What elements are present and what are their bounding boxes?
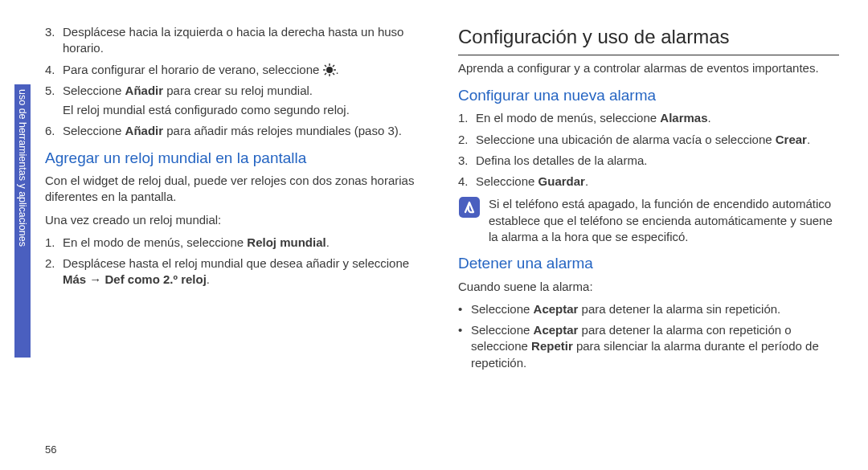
step-text: En el modo de menús, seleccione Reloj mu… — [63, 235, 426, 251]
svg-rect-9 — [459, 197, 480, 218]
step-text: Defina los detalles de la alarma. — [476, 153, 839, 169]
svg-line-8 — [325, 73, 326, 75]
bold-mas-def: Más → Def como 2.º reloj — [63, 272, 207, 286]
step-number: 4. — [45, 62, 63, 78]
step-number: 2. — [45, 255, 63, 288]
step-text-after: . — [336, 63, 339, 76]
sub-step-1: 1. En el modo de menús, seleccione Reloj… — [45, 235, 426, 251]
bold-aceptar: Aceptar — [534, 323, 579, 337]
svg-point-0 — [326, 67, 333, 73]
info-note-text: Si el teléfono está apagado, la función … — [489, 196, 839, 245]
step-text: Desplácese hasta el reloj mundial que de… — [63, 255, 426, 288]
alarms-intro: Aprenda a configurar y a controlar alarm… — [458, 60, 839, 76]
svg-line-7 — [333, 65, 334, 67]
side-section-tab: uso de herramientas y aplicaciones — [14, 84, 31, 358]
bold-alarmas: Alarmas — [660, 111, 707, 125]
step-number: 1. — [458, 110, 476, 126]
step-4: 4. Para configurar el horario de verano,… — [45, 62, 426, 78]
bullet-stop-snooze: Seleccione Aceptar para detener la alarm… — [458, 322, 839, 371]
subheading-stop-alarm: Detener una alarma — [458, 253, 839, 274]
configure-alarm-steps: 1. En el modo de menús, seleccione Alarm… — [458, 110, 839, 190]
step-text: En el modo de menús, seleccione Alarmas. — [476, 110, 839, 126]
step-number: 3. — [45, 24, 63, 57]
alarm-step-4: 4. Seleccione Guardar. — [458, 174, 839, 190]
subheading-configure-alarm: Configurar una nueva alarma — [458, 85, 839, 106]
sub-step-2: 2. Desplácese hasta el reloj mundial que… — [45, 255, 426, 288]
step-5: 5. Seleccione Añadir para crear su reloj… — [45, 83, 426, 99]
step-number: 6. — [45, 123, 63, 139]
step-number: 2. — [458, 132, 476, 148]
side-section-label: uso de herramientas y aplicaciones — [16, 89, 30, 247]
heading-alarms: Configuración y uso de alarmas — [458, 24, 839, 55]
svg-line-5 — [325, 65, 326, 67]
bold-aceptar: Aceptar — [534, 302, 579, 316]
bold-reloj-mundial: Reloj mundial — [247, 235, 326, 249]
paragraph-once-created: Una vez creado un reloj mundial: — [45, 212, 426, 228]
bold-guardar: Guardar — [538, 174, 585, 188]
step-text: Desplácese hacia la izquierda o hacia la… — [63, 24, 426, 57]
page-number: 56 — [45, 443, 56, 457]
alarm-step-2: 2. Seleccione una ubicación de alarma va… — [458, 132, 839, 148]
step-3: 3. Desplácese hacia la izquierda o hacia… — [45, 24, 426, 57]
bold-crear: Crear — [776, 133, 807, 146]
two-column-layout: 3. Desplácese hacia la izquierda o hacia… — [45, 22, 839, 457]
step-text: Seleccione una ubicación de alarma vacía… — [476, 132, 839, 148]
world-clock-steps-6: 6. Seleccione Añadir para añadir más rel… — [45, 123, 426, 139]
step-number: 3. — [458, 153, 476, 169]
info-note: Si el teléfono está apagado, la función … — [458, 196, 839, 245]
step-5-note: El reloj mundial está configurado como s… — [63, 102, 426, 118]
add-world-clock-steps: 1. En el modo de menús, seleccione Reloj… — [45, 235, 426, 288]
manual-page: uso de herramientas y aplicaciones 3. De… — [0, 0, 868, 470]
info-note-icon — [458, 196, 481, 219]
step-number: 4. — [458, 174, 476, 190]
alarm-step-3: 3. Defina los detalles de la alarma. — [458, 153, 839, 169]
bold-anadir: Añadir — [125, 84, 164, 97]
alarm-step-1: 1. En el modo de menús, seleccione Alarm… — [458, 110, 839, 126]
bold-repetir: Repetir — [531, 339, 573, 353]
bullet-stop-no-snooze: Seleccione Aceptar para detener la alarm… — [458, 301, 839, 317]
step-text: Seleccione Añadir para crear su reloj mu… — [63, 83, 426, 99]
step-text: Seleccione Añadir para añadir más reloje… — [63, 123, 426, 139]
svg-line-6 — [333, 73, 334, 75]
stop-alarm-bullets: Seleccione Aceptar para detener la alarm… — [458, 301, 839, 371]
step-number: 5. — [45, 83, 63, 99]
paragraph-widget-desc: Con el widget de reloj dual, puede ver r… — [45, 173, 426, 206]
dst-sun-icon — [323, 63, 336, 76]
step-text: Para configurar el horario de verano, se… — [63, 62, 426, 78]
step-number: 1. — [45, 235, 63, 251]
subheading-add-world-clock: Agregar un reloj mundial en la pantalla — [45, 148, 426, 169]
step-text-before: Para configurar el horario de verano, se… — [63, 63, 323, 76]
stop-alarm-intro: Cuando suene la alarma: — [458, 279, 839, 295]
right-column: Configuración y uso de alarmas Aprenda a… — [458, 22, 839, 457]
step-6: 6. Seleccione Añadir para añadir más rel… — [45, 123, 426, 139]
left-column: 3. Desplácese hacia la izquierda o hacia… — [45, 22, 426, 457]
step-text: Seleccione Guardar. — [476, 174, 839, 190]
bold-anadir: Añadir — [125, 124, 164, 137]
world-clock-steps-continued: 3. Desplácese hacia la izquierda o hacia… — [45, 24, 426, 99]
